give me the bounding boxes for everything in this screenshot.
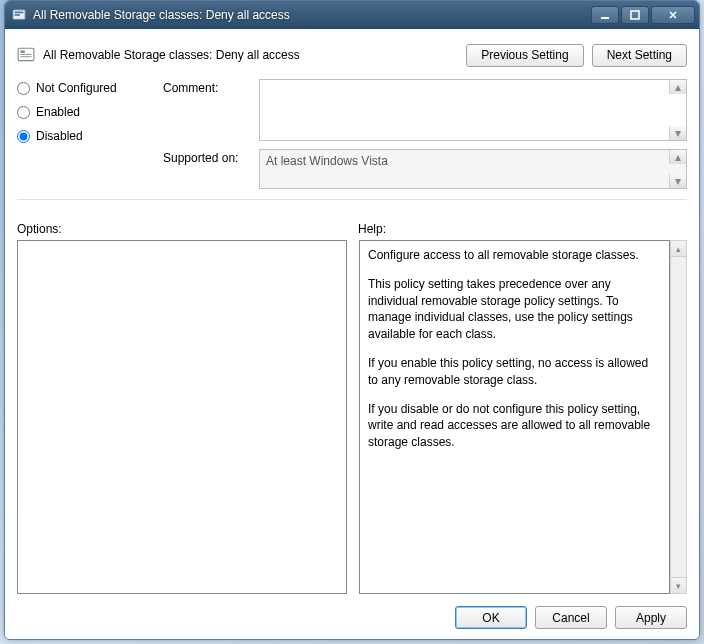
fields-column: Comment: ▴ ▾ Supported on: At least Wind… xyxy=(163,79,687,189)
state-radio-group: Not Configured Enabled Disabled xyxy=(17,79,147,189)
config-row: Not Configured Enabled Disabled Comment:… xyxy=(17,79,687,189)
svg-rect-1 xyxy=(15,12,24,14)
supported-label: Supported on: xyxy=(163,149,253,165)
titlebar[interactable]: All Removable Storage classes: Deny all … xyxy=(5,1,699,29)
comment-label: Comment: xyxy=(163,79,253,95)
close-button[interactable] xyxy=(651,6,695,24)
comment-scrollbar[interactable]: ▴ ▾ xyxy=(669,80,686,140)
policy-item-icon xyxy=(17,46,35,64)
radio-not-configured[interactable]: Not Configured xyxy=(17,81,147,95)
options-panel xyxy=(17,240,347,594)
supported-on-box: At least Windows Vista ▴ ▾ xyxy=(259,149,687,189)
help-label: Help: xyxy=(358,222,687,236)
options-label: Options: xyxy=(17,222,346,236)
header-row: All Removable Storage classes: Deny all … xyxy=(17,39,687,71)
radio-disabled[interactable]: Disabled xyxy=(17,129,147,143)
svg-rect-4 xyxy=(631,11,639,19)
panels-header: Options: Help: xyxy=(17,222,687,236)
radio-disabled-input[interactable] xyxy=(17,130,30,143)
next-setting-button[interactable]: Next Setting xyxy=(592,44,687,67)
help-wrapper: Configure access to all removable storag… xyxy=(359,240,687,594)
supported-scrollbar[interactable]: ▴ ▾ xyxy=(669,150,686,188)
window-controls xyxy=(591,6,695,24)
svg-rect-6 xyxy=(20,51,25,53)
svg-rect-7 xyxy=(20,54,31,55)
panels-row: Configure access to all removable storag… xyxy=(17,240,687,594)
radio-not-configured-label: Not Configured xyxy=(36,81,117,95)
page-title: All Removable Storage classes: Deny all … xyxy=(43,48,458,62)
client-area: All Removable Storage classes: Deny all … xyxy=(5,29,699,639)
policy-editor-window: All Removable Storage classes: Deny all … xyxy=(4,0,700,640)
scroll-down-icon[interactable]: ▾ xyxy=(670,577,687,594)
scroll-down-icon[interactable]: ▾ xyxy=(669,126,686,140)
maximize-button[interactable] xyxy=(621,6,649,24)
svg-rect-3 xyxy=(601,17,609,19)
scroll-up-icon[interactable]: ▴ xyxy=(669,80,686,94)
radio-enabled-input[interactable] xyxy=(17,106,30,119)
policy-icon xyxy=(11,7,27,23)
radio-not-configured-input[interactable] xyxy=(17,82,30,95)
help-scrollbar[interactable]: ▴ ▾ xyxy=(670,240,687,594)
help-paragraph: This policy setting takes precedence ove… xyxy=(368,276,661,343)
divider xyxy=(17,199,687,200)
window-title: All Removable Storage classes: Deny all … xyxy=(33,8,591,22)
help-panel: Configure access to all removable storag… xyxy=(359,240,670,594)
radio-disabled-label: Disabled xyxy=(36,129,83,143)
comment-textarea[interactable]: ▴ ▾ xyxy=(259,79,687,141)
scrollbar-track[interactable] xyxy=(670,257,687,577)
apply-button[interactable]: Apply xyxy=(615,606,687,629)
radio-enabled[interactable]: Enabled xyxy=(17,105,147,119)
footer-row: OK Cancel Apply xyxy=(17,594,687,629)
radio-enabled-label: Enabled xyxy=(36,105,80,119)
minimize-button[interactable] xyxy=(591,6,619,24)
ok-button[interactable]: OK xyxy=(455,606,527,629)
svg-rect-8 xyxy=(20,56,31,57)
cancel-button[interactable]: Cancel xyxy=(535,606,607,629)
scroll-down-icon[interactable]: ▾ xyxy=(669,174,686,188)
previous-setting-button[interactable]: Previous Setting xyxy=(466,44,583,67)
scroll-up-icon[interactable]: ▴ xyxy=(669,150,686,164)
scroll-up-icon[interactable]: ▴ xyxy=(670,240,687,257)
help-paragraph: If you enable this policy setting, no ac… xyxy=(368,355,661,389)
help-paragraph: If you disable or do not configure this … xyxy=(368,401,661,451)
help-paragraph: Configure access to all removable storag… xyxy=(368,247,661,264)
svg-rect-2 xyxy=(15,14,20,16)
supported-value: At least Windows Vista xyxy=(266,154,388,168)
